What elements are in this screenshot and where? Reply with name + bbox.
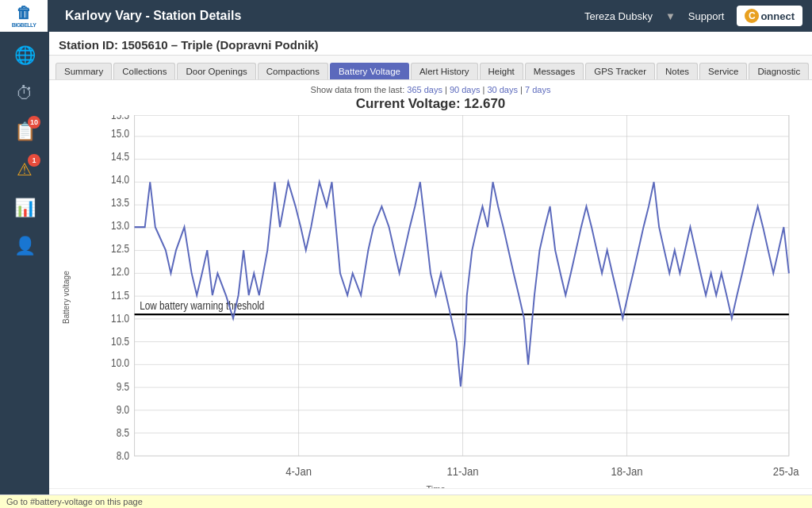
user-name[interactable]: Tereza Dubsky	[584, 10, 653, 22]
tab-alert-history[interactable]: Alert History	[411, 63, 478, 79]
tab-door-openings[interactable]: Door Openings	[177, 63, 255, 79]
sidebar-icon-user[interactable]: 👤	[7, 229, 42, 264]
station-header: Station ID: 1505610 – Triple (Dopravni P…	[49, 32, 812, 56]
sidebar-icon-dashboard[interactable]: ⏱	[7, 76, 42, 111]
bigbelly-icon: 🗑	[16, 4, 32, 22]
tab-diagnostic[interactable]: Diagnostic	[749, 63, 809, 79]
svg-text:14.5: 14.5	[111, 150, 129, 163]
svg-text:Low battery warning threshold: Low battery warning threshold	[140, 299, 264, 312]
tab-messages[interactable]: Messages	[525, 63, 584, 79]
sidebar: 🌐 ⏱ 📋 10 ⚠ 1 📊 👤	[0, 32, 49, 508]
filter-90[interactable]: 90 days	[450, 85, 481, 94]
x-axis-label: Time	[72, 484, 799, 488]
filter-7[interactable]: 7 days	[525, 85, 550, 94]
station-separator: –	[171, 38, 182, 52]
globe-icon: 🌐	[14, 45, 36, 66]
sidebar-icon-alerts[interactable]: 📋 10	[7, 114, 42, 149]
svg-text:11.5: 11.5	[111, 289, 129, 302]
svg-text:8.0: 8.0	[117, 449, 129, 462]
chart-area: Show data from the last: 365 days | 90 d…	[49, 80, 812, 488]
user-settings-icon: 👤	[14, 236, 36, 256]
alerts-badge: 10	[28, 116, 40, 129]
dashboard-icon: ⏱	[16, 83, 33, 104]
svg-text:10.5: 10.5	[111, 335, 129, 348]
svg-text:15.0: 15.0	[111, 127, 129, 140]
tab-collections[interactable]: Collections	[113, 63, 175, 79]
user-area: Tereza Dubsky ▼ Support Connect	[584, 6, 802, 26]
svg-text:18-Jan: 18-Jan	[611, 464, 643, 478]
tab-notes[interactable]: Notes	[657, 63, 698, 79]
chart-inner: 8.0 8.5 9.0 9.5 10.0 10.5 11.0 11.5 12.0…	[72, 115, 799, 480]
y-axis-label: Battery voltage	[62, 115, 71, 480]
warning-badge: 1	[28, 154, 40, 167]
svg-text:13.5: 13.5	[111, 196, 129, 209]
station-name: Triple (Dopravni Podnik)	[181, 38, 318, 52]
connect-button[interactable]: Connect	[737, 6, 802, 26]
chart-icon: 📊	[14, 198, 36, 218]
sidebar-icon-warning[interactable]: ⚠ 1	[7, 152, 42, 187]
bigbelly-logo: 🗑 BIGBELLY	[12, 4, 36, 28]
tab-battery-voltage[interactable]: Battery Voltage	[330, 63, 409, 79]
bottom-hint: Go to #battery-voltage on this page	[0, 495, 812, 508]
svg-text:9.0: 9.0	[117, 403, 129, 416]
bigbelly-text: BIGBELLY	[12, 22, 36, 28]
svg-text:11-Jan: 11-Jan	[447, 464, 479, 478]
page-title: Karlovy Vary - Station Details	[65, 9, 584, 23]
svg-text:4-Jan: 4-Jan	[285, 464, 312, 478]
tab-height[interactable]: Height	[480, 63, 523, 79]
svg-text:14.0: 14.0	[111, 173, 129, 186]
station-label: Station ID:	[59, 38, 118, 52]
battery-voltage-chart: 8.0 8.5 9.0 9.5 10.0 10.5 11.0 11.5 12.0…	[72, 115, 799, 480]
svg-rect-0	[135, 115, 789, 456]
svg-text:12.5: 12.5	[111, 242, 129, 255]
svg-text:9.5: 9.5	[117, 380, 129, 393]
logo-area: 🗑 BIGBELLY	[0, 0, 48, 32]
sidebar-icon-globe[interactable]: 🌐	[7, 38, 42, 73]
svg-text:13.0: 13.0	[111, 219, 129, 232]
chart-title: Current Voltage: 12.670	[62, 96, 799, 112]
svg-text:12.0: 12.0	[111, 265, 129, 278]
filter-prefix: Show data from the last:	[311, 85, 405, 94]
sidebar-icon-chart[interactable]: 📊	[7, 190, 42, 225]
svg-text:10.0: 10.0	[111, 356, 129, 369]
connect-c-icon: C	[745, 9, 759, 23]
main-content: Station ID: 1505610 – Triple (Dopravni P…	[49, 32, 812, 508]
station-title: Station ID: 1505610 – Triple (Dopravni P…	[59, 38, 802, 52]
header: 🗑 BIGBELLY Karlovy Vary - Station Detail…	[0, 0, 812, 32]
support-link[interactable]: Support	[688, 10, 725, 22]
svg-text:8.5: 8.5	[117, 426, 129, 439]
svg-text:25-Jan: 25-Jan	[773, 464, 799, 478]
filter-30[interactable]: 30 days	[487, 85, 518, 94]
svg-text:11.0: 11.0	[111, 312, 129, 325]
tab-service[interactable]: Service	[699, 63, 747, 79]
filter-365[interactable]: 365 days	[407, 85, 442, 94]
layout: 🌐 ⏱ 📋 10 ⚠ 1 📊 👤 Station ID: 1505610 –	[0, 32, 812, 508]
svg-text:15.5: 15.5	[111, 115, 129, 121]
tabs-bar: Summary Collections Door Openings Compac…	[49, 56, 812, 80]
data-filter: Show data from the last: 365 days | 90 d…	[62, 85, 799, 94]
station-id: 1505610	[121, 38, 167, 52]
chart-container: Battery voltage	[62, 115, 799, 480]
tab-summary[interactable]: Summary	[56, 63, 112, 79]
tab-gps-tracker[interactable]: GPS Tracker	[585, 63, 655, 79]
tab-compactions[interactable]: Compactions	[258, 63, 328, 79]
